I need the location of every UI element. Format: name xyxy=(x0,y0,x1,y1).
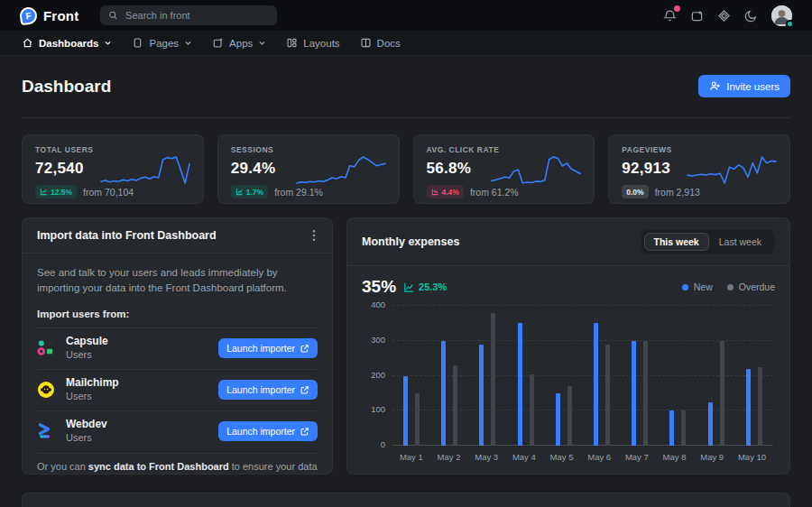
invite-users-label: Invite users xyxy=(726,81,780,92)
nav-label: Pages xyxy=(149,38,179,49)
chart-y-labels: 0100200300400 xyxy=(362,306,385,446)
nav-label: Dashboards xyxy=(39,38,98,49)
legend-item-new[interactable]: New xyxy=(682,281,713,292)
nav-label: Docs xyxy=(377,38,401,49)
sparkline-chart xyxy=(296,153,386,186)
monthly-expenses-card: Monthly expenses This week Last week 35%… xyxy=(346,217,790,475)
card-menu-button[interactable] xyxy=(310,229,318,242)
main-navigation: Dashboards Pages Apps Layouts Docs xyxy=(0,31,812,56)
tab-this-week[interactable]: This week xyxy=(644,233,709,251)
brand-logo[interactable]: F Front xyxy=(20,7,78,24)
search-input[interactable] xyxy=(125,10,269,21)
expenses-percent: 35% xyxy=(362,277,396,297)
stat-card-sessions: Sessions 29.4% 1.7% from 29.1% xyxy=(217,134,400,204)
dark-mode-toggle[interactable] xyxy=(744,9,758,23)
stat-badge-value: 4.4% xyxy=(442,188,459,197)
bar-overdue xyxy=(643,341,648,446)
launch-box-icon xyxy=(212,37,224,49)
legend-dot-overdue xyxy=(727,284,734,290)
sync-data-text: sync data to Front Dashboard xyxy=(88,461,229,472)
bar-overdue xyxy=(681,410,686,446)
nav-item-layouts[interactable]: Layouts xyxy=(286,37,339,49)
notifications-button[interactable] xyxy=(663,9,677,23)
import-description: See and talk to your users and leads imm… xyxy=(37,265,318,297)
chart-legend: New Overdue xyxy=(682,281,775,292)
nav-item-dashboards[interactable]: Dashboards xyxy=(22,37,112,49)
notification-dot xyxy=(674,5,680,12)
apps-menu-button[interactable] xyxy=(717,9,731,23)
chevron-down-icon xyxy=(104,39,112,47)
stat-card-pageviews: Pageviews 92,913 0.0% from 2,913 xyxy=(608,134,790,204)
page-header: Dashboard Invite users xyxy=(22,56,790,118)
invite-users-button[interactable]: Invite users xyxy=(698,75,790,97)
bar-overdue xyxy=(567,386,572,446)
bar-overdue xyxy=(605,345,610,446)
page-title: Dashboard xyxy=(22,77,111,97)
stat-badge-value: 12.5% xyxy=(51,188,72,197)
expenses-change-value: 25.3% xyxy=(419,281,447,292)
mailchimp-logo-icon xyxy=(37,381,55,399)
bar-group xyxy=(479,306,495,446)
sparkline-chart xyxy=(687,153,777,186)
book-icon xyxy=(360,37,372,49)
integration-type: Users xyxy=(66,432,107,444)
bar-overdue xyxy=(758,367,762,446)
bar-overdue xyxy=(453,365,457,446)
chart-x-labels: May 1May 2May 3May 4May 5May 6May 7May 8… xyxy=(392,452,773,462)
import-card-title: Import data into Front Dashboard xyxy=(37,229,217,242)
import-row-webdev: Webdev Users Launch importer xyxy=(37,410,318,452)
launch-importer-button-capsule[interactable]: Launch importer xyxy=(218,338,318,358)
bar-new xyxy=(441,341,446,446)
external-link-icon xyxy=(300,385,309,395)
legend-item-overdue[interactable]: Overdue xyxy=(727,281,775,292)
stat-badge: 4.4% xyxy=(427,185,464,198)
bar-new xyxy=(669,410,674,446)
graph-up-icon xyxy=(235,188,244,196)
user-menu-button[interactable] xyxy=(771,5,792,26)
integration-type: Users xyxy=(66,391,119,402)
launch-importer-label: Launch importer xyxy=(226,384,295,395)
bar-group xyxy=(632,306,648,446)
graph-up-icon xyxy=(40,188,48,196)
bar-group xyxy=(518,306,534,446)
import-data-card: Import data into Front Dashboard See and… xyxy=(22,217,333,475)
y-axis-tick: 400 xyxy=(371,300,385,309)
launch-importer-button-mailchimp[interactable]: Launch importer xyxy=(218,380,318,400)
tab-last-week[interactable]: Last week xyxy=(709,233,771,251)
moon-icon xyxy=(744,9,758,23)
nav-item-docs[interactable]: Docs xyxy=(360,37,401,49)
y-axis-tick: 300 xyxy=(371,335,385,345)
x-axis-tick: May 10 xyxy=(738,452,766,462)
kebab-icon xyxy=(312,229,316,242)
expenses-card-title: Monthly expenses xyxy=(362,235,459,248)
launch-importer-button-webdev[interactable]: Launch importer xyxy=(218,421,318,441)
footer-text: Or you can xyxy=(37,461,88,472)
main-content: Dashboard Invite users Total users 72,54… xyxy=(0,56,812,507)
grid-icon xyxy=(286,37,298,49)
launch-importer-label: Launch importer xyxy=(226,343,295,354)
import-row-capsule: Capsule Users Launch importer xyxy=(37,327,318,369)
x-axis-tick: May 6 xyxy=(587,452,611,462)
nav-label: Apps xyxy=(229,38,253,49)
bottom-card-cutoff xyxy=(22,493,790,507)
import-row-mailchimp: Mailchimp Users Launch importer xyxy=(37,369,318,410)
nav-item-apps[interactable]: Apps xyxy=(212,37,266,49)
stat-badge: 0.0% xyxy=(622,185,648,198)
bar-group xyxy=(556,306,572,446)
bar-new xyxy=(746,369,751,446)
stat-from: from 61.2% xyxy=(470,187,519,198)
chevron-down-icon xyxy=(184,39,192,47)
search-bar[interactable] xyxy=(100,5,277,25)
nav-item-pages[interactable]: Pages xyxy=(132,37,192,49)
stat-meta: 12.5% from 70,104 xyxy=(35,185,190,198)
search-icon xyxy=(108,10,118,21)
bar-group xyxy=(441,306,457,446)
bar-group xyxy=(669,306,686,446)
x-axis-tick: May 1 xyxy=(400,452,423,462)
bar-overdue xyxy=(415,393,420,446)
x-axis-tick: May 4 xyxy=(512,452,536,462)
import-subtitle: Import users from: xyxy=(37,309,318,319)
cards-row: Import data into Front Dashboard See and… xyxy=(22,217,790,475)
bar-group xyxy=(403,306,420,446)
whats-new-button[interactable] xyxy=(690,9,704,23)
